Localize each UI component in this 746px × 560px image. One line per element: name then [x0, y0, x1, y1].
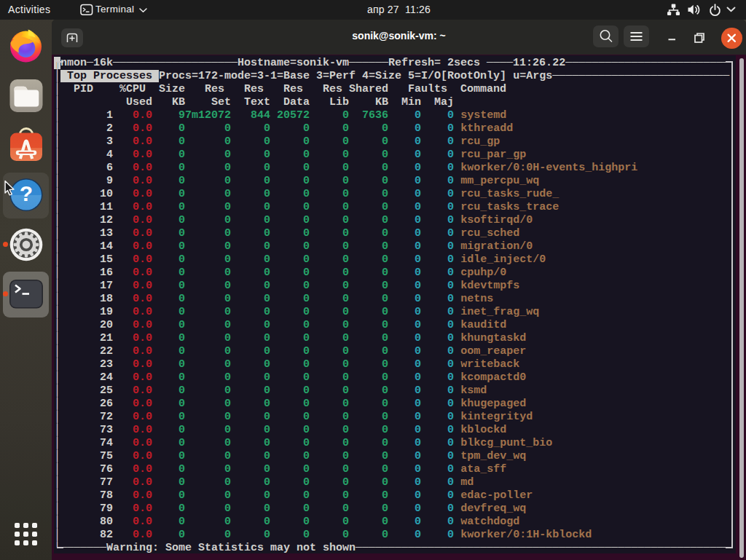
svg-text:?: ?	[20, 181, 33, 205]
